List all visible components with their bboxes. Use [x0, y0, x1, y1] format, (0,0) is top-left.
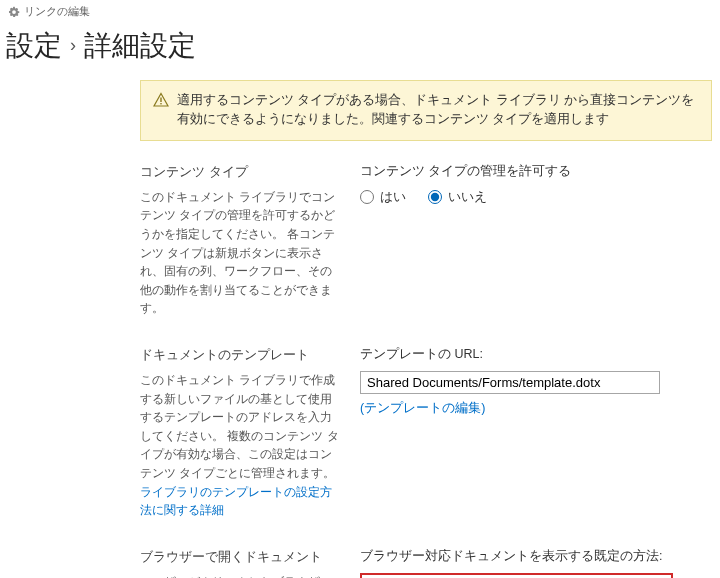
edit-template-link[interactable]: (テンプレートの編集) — [360, 401, 485, 415]
section-title: ブラウザーで開くドキュメント — [140, 548, 340, 566]
notice-text: 適用するコンテンツ タイプがある場合、ドキュメント ライブラリ から直接コンテン… — [177, 91, 699, 130]
section-template: ドキュメントのテンプレート このドキュメント ライブラリで作成する新しいファイル… — [140, 346, 712, 548]
radio-group-allow-ct: はい いいえ — [360, 188, 712, 206]
template-help-link[interactable]: ライブラリのテンプレートの設定方法に関する詳細 — [140, 485, 332, 518]
radio-option-yes[interactable]: はい — [360, 188, 406, 206]
radio-yes[interactable] — [360, 190, 374, 204]
radio-group-open-in: クライアント アプリケーションで開く ブラウザーで開く サーバーの既定値を使用す… — [360, 573, 712, 578]
breadcrumb-item-advanced: 詳細設定 — [84, 29, 196, 63]
section-desc: このドキュメント ライブラリで作成する新しいファイルの基として使用するテンプレー… — [140, 371, 340, 520]
section-title: ドキュメントのテンプレート — [140, 346, 340, 364]
section-open-in: ブラウザーで開くドキュメント ユーザーがクリックしたブラウザー対応ドキュメントを… — [140, 548, 712, 578]
breadcrumb-item-settings[interactable]: 設定 — [6, 29, 62, 63]
svg-rect-0 — [160, 98, 161, 103]
radio-option-no[interactable]: いいえ — [428, 188, 487, 206]
field-label-open-default: ブラウザー対応ドキュメントを表示する既定の方法: — [360, 548, 712, 565]
edit-links-link[interactable]: リンクの編集 — [8, 4, 90, 19]
content-area: 適用するコンテンツ タイプがある場合、ドキュメント ライブラリ から直接コンテン… — [140, 80, 720, 578]
radio-yes-label: はい — [380, 188, 406, 206]
section-title: コンテンツ タイプ — [140, 163, 340, 181]
edit-link-bar: リンクの編集 — [0, 0, 720, 23]
radio-no[interactable] — [428, 190, 442, 204]
section-desc: ユーザーがクリックしたブラウザー対応ドキュメントを表示させる既定のアプリケーショ… — [140, 573, 340, 578]
svg-rect-1 — [160, 103, 161, 104]
notice-banner: 適用するコンテンツ タイプがある場合、ドキュメント ライブラリ から直接コンテン… — [140, 80, 712, 141]
section-content-type: コンテンツ タイプ このドキュメント ライブラリでコンテンツ タイプの管理を許可… — [140, 163, 712, 346]
field-label-allow-ct: コンテンツ タイプの管理を許可する — [360, 163, 712, 180]
breadcrumb: 設定 › 詳細設定 — [0, 23, 720, 81]
chevron-right-icon: › — [68, 35, 78, 57]
highlighted-option: クライアント アプリケーションで開く — [360, 573, 673, 578]
gear-icon — [8, 6, 20, 18]
template-url-input[interactable] — [360, 371, 660, 394]
radio-no-label: いいえ — [448, 188, 487, 206]
warning-icon — [153, 92, 169, 108]
edit-links-label: リンクの編集 — [24, 4, 90, 19]
section-desc: このドキュメント ライブラリでコンテンツ タイプの管理を許可するかどうかを指定し… — [140, 188, 340, 318]
field-label-template-url: テンプレートの URL: — [360, 346, 712, 363]
